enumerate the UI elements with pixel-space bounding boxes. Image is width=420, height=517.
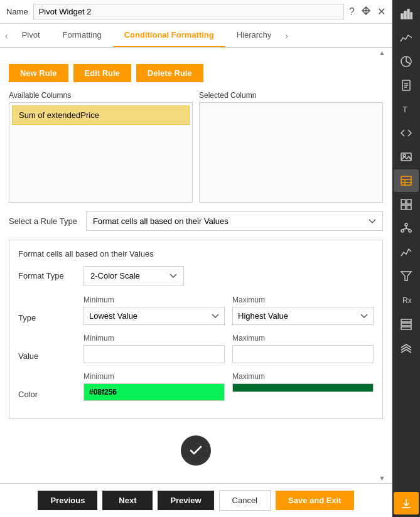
- svg-point-22: [405, 223, 407, 226]
- columns-section: Available Columns Sum of extendedPrice S…: [9, 91, 383, 203]
- sidebar-icon-bar-chart[interactable]: [394, 3, 419, 25]
- sidebar-icon-image[interactable]: [394, 146, 419, 168]
- available-columns-list: Sum of extendedPrice: [9, 102, 193, 203]
- sidebar-icon-code[interactable]: [394, 122, 419, 144]
- svg-rect-20: [401, 205, 406, 210]
- delete-rule-button[interactable]: Delete Rule: [136, 64, 203, 82]
- svg-point-24: [409, 230, 411, 232]
- preview-button[interactable]: Preview: [158, 491, 213, 510]
- tab-formatting[interactable]: Formatting: [51, 24, 113, 47]
- scroll-down-btn[interactable]: ▼: [376, 473, 388, 483]
- edit-rule-button[interactable]: Edit Rule: [73, 64, 131, 82]
- sidebar-icon-funnel[interactable]: [394, 265, 419, 287]
- selected-column-label: Selected Column: [199, 91, 383, 100]
- format-type-select[interactable]: 2-Color Scale 3-Color Scale Data Bar Ico…: [83, 266, 184, 285]
- sidebar-icon-document[interactable]: [394, 74, 419, 97]
- tab-next-arrow[interactable]: ›: [283, 26, 291, 46]
- color-min-sublabel: Minimum: [83, 372, 225, 381]
- available-columns-label: Available Columns: [9, 91, 193, 100]
- type-field-label: Type: [18, 296, 75, 322]
- color-min-item: Minimum #08f256: [83, 372, 225, 401]
- svg-rect-12: [401, 153, 411, 161]
- sidebar-icon-layers[interactable]: [394, 336, 419, 359]
- svg-rect-21: [407, 205, 411, 210]
- value-min-item: Minimum: [83, 334, 225, 363]
- type-min-item: Minimum Lowest Value Number Percent Form…: [83, 296, 225, 325]
- tab-prev-arrow[interactable]: ‹: [3, 26, 11, 46]
- sidebar-icon-download[interactable]: [394, 492, 419, 514]
- tabs-bar: ‹ Pivot Formatting Conditional Formattin…: [0, 24, 392, 48]
- rule-type-select[interactable]: Format cells all based on their Values F…: [86, 211, 383, 231]
- content-area: New Rule Edit Rule Delete Rule Available…: [0, 58, 392, 473]
- sidebar-icon-stack[interactable]: [394, 312, 419, 335]
- cancel-button[interactable]: Cancel: [219, 490, 271, 511]
- help-icon[interactable]: ?: [349, 6, 355, 18]
- color-min-swatch[interactable]: #08f256: [83, 383, 225, 401]
- sidebar-icon-text[interactable]: T: [394, 98, 419, 120]
- value-min-max-group: Minimum Maximum: [83, 334, 374, 363]
- rule-type-row: Select a Rule Type Format cells all base…: [9, 211, 383, 231]
- value-max-item: Maximum: [232, 334, 374, 363]
- tab-conditional-formatting[interactable]: Conditional Formatting: [113, 24, 225, 47]
- svg-rect-1: [404, 11, 406, 19]
- sidebar-icon-pivot[interactable]: [394, 193, 419, 216]
- sidebar-icon-tree[interactable]: [394, 217, 419, 240]
- svg-rect-19: [407, 200, 411, 204]
- tab-pivot[interactable]: Pivot: [11, 24, 51, 47]
- svg-line-6: [406, 61, 411, 64]
- toolbar: New Rule Edit Rule Delete Rule: [9, 64, 383, 82]
- sidebar-icon-table[interactable]: [394, 169, 419, 192]
- title-icons: ? ✕: [349, 6, 385, 18]
- main-panel: Name ? ✕ ‹ Pivot Formatting Conditional …: [0, 0, 392, 517]
- type-max-sublabel: Maximum: [232, 296, 374, 304]
- new-rule-button[interactable]: New Rule: [9, 64, 68, 82]
- sidebar-icon-rx[interactable]: Rx: [394, 289, 419, 311]
- next-button[interactable]: Next: [102, 491, 153, 510]
- previous-button[interactable]: Previous: [38, 491, 97, 510]
- sidebar-icon-pie-chart[interactable]: [394, 50, 419, 73]
- move-icon[interactable]: [361, 6, 371, 18]
- value-field-label: Value: [18, 334, 75, 361]
- scroll-up-btn[interactable]: ▲: [376, 48, 388, 58]
- type-min-select[interactable]: Lowest Value Number Percent Formula Perc…: [83, 307, 225, 325]
- value-row: Value Minimum Maximum: [18, 334, 374, 363]
- scroll-down-indicator: ▼: [0, 473, 392, 483]
- svg-rect-3: [411, 13, 412, 19]
- value-max-sublabel: Maximum: [232, 334, 374, 343]
- sidebar-icon-line-chart[interactable]: [394, 241, 419, 264]
- type-max-select[interactable]: Highest Value Number Percent Formula Per…: [232, 307, 374, 325]
- save-and-exit-button[interactable]: Save and Exit: [276, 491, 354, 510]
- checkmark-button[interactable]: [181, 435, 211, 466]
- value-min-sublabel: Minimum: [83, 334, 225, 343]
- selected-column-box: Selected Column: [199, 91, 383, 203]
- tab-hierarchy[interactable]: Hierarchy: [225, 24, 283, 47]
- column-item-0[interactable]: Sum of extendedPrice: [12, 105, 190, 125]
- value-min-input[interactable]: [83, 345, 225, 363]
- color-min-max-group: Minimum #08f256 Maximum: [83, 372, 374, 401]
- svg-rect-31: [401, 323, 411, 326]
- name-input[interactable]: [33, 4, 344, 19]
- svg-point-23: [401, 230, 404, 232]
- svg-line-26: [402, 228, 406, 230]
- type-max-item: Maximum Highest Value Number Percent For…: [232, 296, 374, 325]
- selected-column-list: [199, 102, 383, 203]
- value-max-input[interactable]: [232, 345, 374, 363]
- svg-rect-0: [401, 14, 403, 19]
- color-field-label: Color: [18, 372, 75, 399]
- sidebar-icon-area-chart[interactable]: [394, 26, 419, 49]
- footer: Previous Next Preview Cancel Save and Ex…: [0, 483, 392, 517]
- svg-rect-2: [407, 9, 409, 19]
- color-max-item: Maximum: [232, 372, 374, 401]
- svg-marker-28: [401, 272, 411, 280]
- svg-rect-18: [401, 200, 406, 204]
- right-sidebar: T Rx: [392, 0, 420, 517]
- svg-line-27: [406, 228, 410, 230]
- format-type-row: Format Type 2-Color Scale 3-Color Scale …: [18, 266, 374, 285]
- close-icon[interactable]: ✕: [377, 6, 385, 18]
- rule-type-label: Select a Rule Type: [9, 216, 77, 226]
- format-type-label: Format Type: [18, 271, 75, 280]
- checkmark-row: [9, 425, 383, 472]
- svg-rect-14: [401, 176, 411, 185]
- svg-text:Rx: Rx: [402, 296, 412, 305]
- color-max-swatch[interactable]: [232, 383, 374, 392]
